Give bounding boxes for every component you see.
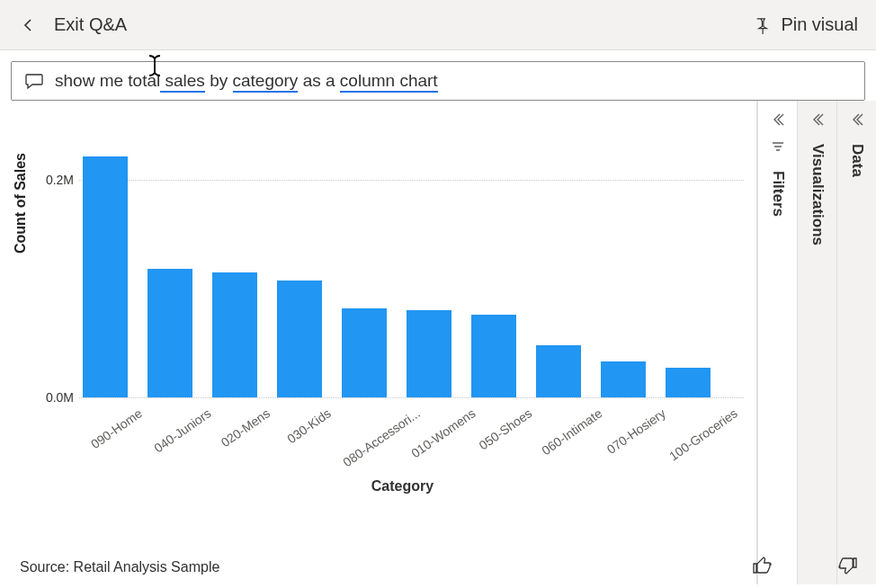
data-label: Data (848, 144, 866, 177)
x-tick-label: 100-Groceries (666, 397, 711, 468)
chart-bar[interactable] (212, 272, 257, 397)
x-tick-label: 020-Mens (212, 397, 257, 468)
chart-bar[interactable] (471, 315, 516, 397)
chart-bar[interactable] (83, 156, 128, 397)
chart-bar[interactable] (407, 310, 451, 397)
chart-bar[interactable] (147, 269, 192, 397)
x-tick-label: 080-Accessori... (342, 397, 387, 468)
pin-visual-button[interactable]: Pin visual (752, 14, 858, 35)
pin-icon (752, 16, 770, 34)
chart-bar[interactable] (277, 281, 322, 398)
collapse-icon (811, 113, 824, 126)
thumbs-down-button[interactable] (836, 555, 858, 579)
filter-icon (772, 140, 784, 153)
query-text: show me total sales by category as a col… (55, 71, 438, 91)
y-tick-label: 0.0M (34, 390, 74, 405)
visualizations-label: Visualizations (809, 144, 827, 245)
query-container: show me total sales by category as a col… (0, 50, 876, 101)
header-bar: Exit Q&A Pin visual (0, 0, 876, 50)
chat-icon (24, 71, 44, 91)
chart-area: Count of Sales 0.0M0.2M 090-Home040-Juni… (0, 101, 756, 584)
x-tick-label: 060-Intimate (536, 397, 581, 468)
feedback-thumbs (752, 555, 858, 579)
chart-bar[interactable] (601, 361, 646, 397)
source-label: Source: Retail Analysis Sample (20, 559, 219, 575)
x-tick-label: 050-Shoes (471, 397, 516, 468)
x-tick-label: 070-Hosiery (601, 397, 646, 468)
thumbs-up-icon (752, 555, 773, 576)
chart-bar[interactable] (342, 308, 387, 397)
chart-bar[interactable] (666, 368, 711, 397)
filters-label: Filters (769, 171, 787, 217)
x-tick-label: 040-Juniors (147, 397, 192, 468)
x-tick-label: 090-Home (83, 397, 128, 468)
y-axis-title: Count of Sales (13, 153, 29, 254)
pin-visual-label: Pin visual (781, 14, 858, 35)
chart-bar[interactable] (536, 345, 581, 397)
x-axis-title: Category (52, 478, 753, 494)
back-button[interactable] (18, 14, 40, 36)
right-rail: Filters Visualizations Data (756, 101, 876, 584)
qa-input[interactable]: show me total sales by category as a col… (11, 61, 865, 101)
collapse-icon (851, 113, 863, 126)
collapse-icon (772, 113, 784, 126)
x-tick-label: 010-Womens (407, 397, 451, 468)
visualizations-pane[interactable]: Visualizations (797, 101, 836, 584)
thumbs-up-button[interactable] (752, 555, 773, 579)
thumbs-down-icon (836, 555, 858, 576)
chart-plot: 0.0M0.2M (79, 137, 744, 397)
exit-qa-label[interactable]: Exit Q&A (54, 14, 127, 35)
data-pane[interactable]: Data (836, 101, 876, 584)
y-tick-label: 0.2M (34, 173, 74, 187)
footer: Source: Retail Analysis Sample (20, 559, 856, 575)
x-tick-label: 030-Kids (277, 397, 322, 468)
filters-pane[interactable]: Filters (757, 101, 797, 584)
chevron-left-icon (22, 19, 35, 31)
